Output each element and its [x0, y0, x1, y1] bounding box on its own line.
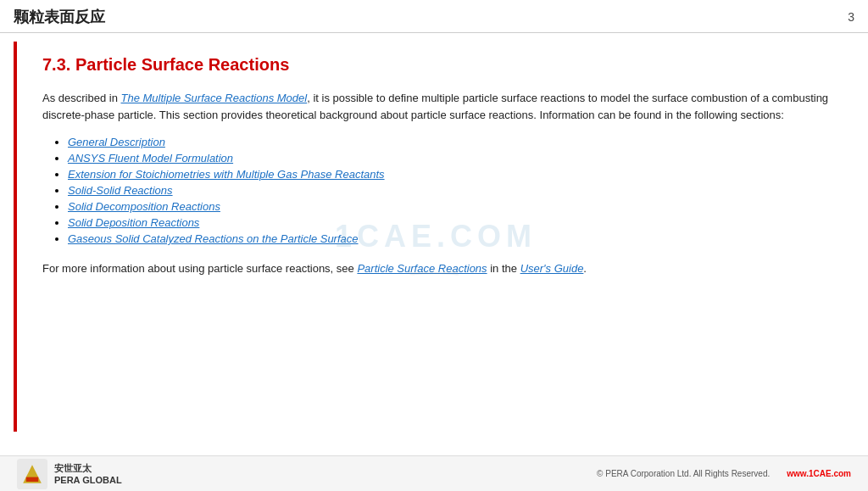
solid-solid-link[interactable]: Solid-Solid Reactions — [68, 184, 173, 197]
intro-paragraph: As described in The Multiple Surface Rea… — [42, 90, 829, 124]
ansys-fluent-link[interactable]: ANSYS Fluent Model Formulation — [68, 152, 233, 165]
section-links-list: General Description ANSYS Fluent Model F… — [42, 136, 829, 245]
multiple-surface-reactions-link[interactable]: The Multiple Surface Reactions Model — [121, 92, 308, 104]
footer-paragraph: For more information about using particl… — [42, 260, 829, 277]
page-number: 3 — [848, 10, 854, 24]
section-heading: 7.3. Particle Surface Reactions — [42, 55, 829, 75]
svg-rect-2 — [26, 477, 38, 481]
logo-area: 安世亚太PERA GLOBAL — [17, 459, 122, 489]
particle-surface-reactions-link[interactable]: Particle Surface Reactions — [357, 262, 487, 275]
users-guide-link[interactable]: User's Guide — [520, 262, 584, 275]
intro-before-link: As described in — [42, 92, 121, 104]
list-item: Gaseous Solid Catalyzed Reactions on the… — [68, 232, 829, 245]
solid-decomposition-link[interactable]: Solid Decomposition Reactions — [68, 200, 220, 213]
logo-text: 安世亚太PERA GLOBAL — [54, 462, 122, 485]
list-item: General Description — [68, 136, 829, 148]
copyright-text: © PERA Corporation Ltd. All Rights Reser… — [597, 469, 770, 478]
list-item: Solid-Solid Reactions — [68, 184, 829, 197]
footer-between-links: in the — [487, 262, 520, 275]
main-content: 7.3. Particle Surface Reactions As descr… — [14, 42, 854, 432]
gaseous-solid-link[interactable]: Gaseous Solid Catalyzed Reactions on the… — [68, 232, 359, 245]
solid-deposition-link[interactable]: Solid Deposition Reactions — [68, 216, 199, 229]
top-bar: 颗粒表面反应 3 — [0, 0, 868, 33]
footer-before-link1: For more information about using particl… — [42, 262, 357, 275]
page-title: 颗粒表面反应 — [14, 7, 105, 27]
website-text: www.1CAE.com — [787, 469, 851, 478]
extension-stoichiometries-link[interactable]: Extension for Stoichiometries with Multi… — [68, 168, 385, 181]
bottom-bar: 安世亚太PERA GLOBAL © PERA Corporation Ltd. … — [0, 455, 868, 491]
list-item: ANSYS Fluent Model Formulation — [68, 152, 829, 165]
list-item: Solid Decomposition Reactions — [68, 200, 829, 213]
list-item: Solid Deposition Reactions — [68, 216, 829, 229]
footer-after-link2: . — [583, 262, 587, 275]
company-logo-icon — [17, 459, 47, 489]
general-description-link[interactable]: General Description — [68, 136, 165, 148]
list-item: Extension for Stoichiometries with Multi… — [68, 168, 829, 181]
